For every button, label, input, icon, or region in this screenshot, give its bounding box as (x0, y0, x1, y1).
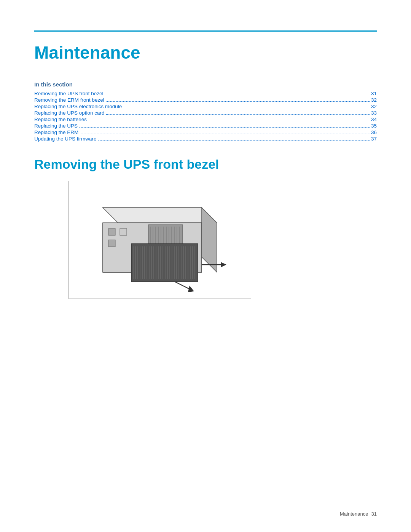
svg-marker-52 (221, 262, 226, 267)
toc-list: Removing the UPS front bezel 31 Removing… (34, 91, 377, 142)
toc-page-5: 34 (371, 117, 377, 122)
svg-rect-7 (108, 240, 115, 247)
toc-dots-7 (80, 134, 370, 134)
svg-rect-6 (108, 228, 115, 235)
top-rule (34, 30, 377, 32)
toc-entry-3[interactable]: Replacing the UPS electronics module 32 (34, 104, 377, 109)
toc-link-6[interactable]: Replacing the UPS (34, 123, 78, 129)
toc-page-8: 37 (371, 136, 377, 142)
toc-link-3[interactable]: Replacing the UPS electronics module (34, 104, 122, 109)
toc-page-1: 31 (371, 91, 377, 96)
toc-entry-1[interactable]: Removing the UPS front bezel 31 (34, 91, 377, 96)
toc-dots-1 (105, 95, 370, 95)
svg-line-53 (175, 282, 190, 289)
footer: Maintenance 31 (340, 511, 377, 517)
ups-diagram (72, 185, 247, 295)
toc-entry-8[interactable]: Updating the UPS firmware 37 (34, 136, 377, 142)
in-this-section-label: In this section (34, 81, 377, 88)
toc-page-4: 33 (371, 110, 377, 116)
page-title: Maintenance (34, 42, 377, 63)
toc-link-7[interactable]: Replacing the ERM (34, 129, 78, 135)
toc-entry-7[interactable]: Replacing the ERM 36 (34, 129, 377, 135)
toc-link-5[interactable]: Replacing the batteries (34, 117, 87, 122)
svg-rect-8 (120, 228, 127, 235)
toc-page-6: 35 (371, 123, 377, 129)
svg-marker-54 (188, 286, 194, 292)
toc-entry-2[interactable]: Removing the ERM front bezel 32 (34, 97, 377, 103)
toc-page-7: 36 (371, 129, 377, 135)
toc-link-1[interactable]: Removing the UPS front bezel (34, 91, 104, 96)
toc-entry-5[interactable]: Replacing the batteries 34 (34, 117, 377, 122)
svg-marker-2 (202, 208, 217, 272)
toc-dots-5 (88, 121, 370, 121)
toc-dots-6 (79, 127, 370, 128)
toc-link-8[interactable]: Updating the UPS firmware (34, 136, 97, 142)
section2-title: Removing the UPS front bezel (34, 157, 377, 172)
toc-dots-4 (106, 114, 370, 115)
toc-link-2[interactable]: Removing the ERM front bezel (34, 97, 104, 103)
toc-dots-8 (98, 140, 370, 141)
toc-dots-2 (106, 101, 370, 102)
toc-page-3: 32 (371, 104, 377, 109)
diagram-container (68, 181, 251, 299)
toc-page-2: 32 (371, 97, 377, 103)
toc-entry-4[interactable]: Replacing the UPS option card 33 (34, 110, 377, 116)
toc-entry-6[interactable]: Replacing the UPS 35 (34, 123, 377, 129)
page-container: Maintenance In this section Removing the… (0, 0, 411, 322)
svg-marker-0 (103, 208, 217, 223)
toc-link-4[interactable]: Replacing the UPS option card (34, 110, 105, 116)
footer-label: Maintenance (340, 511, 368, 517)
toc-dots-3 (123, 108, 370, 108)
footer-page: 31 (371, 511, 377, 517)
